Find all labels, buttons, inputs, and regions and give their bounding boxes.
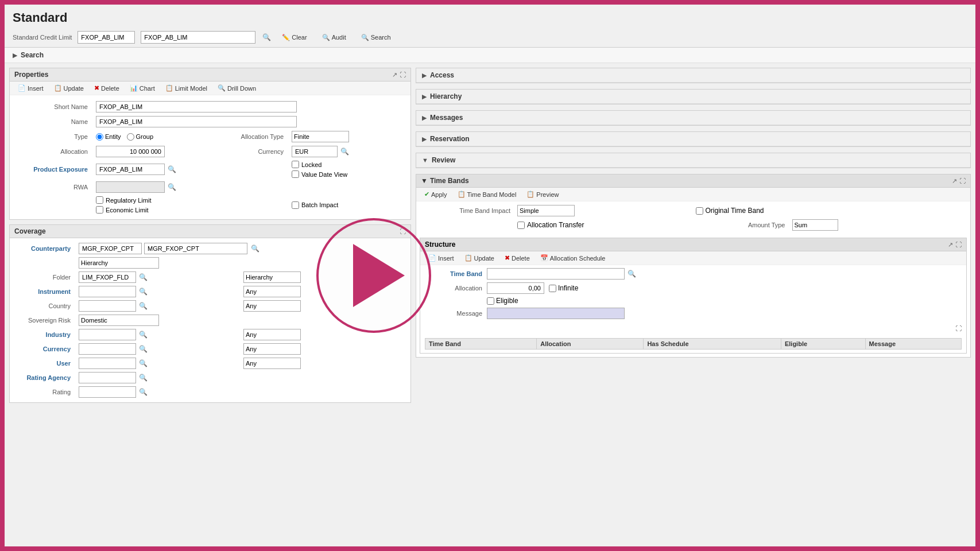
rwa-input[interactable] (96, 181, 165, 193)
folder-type-select[interactable]: Hierarchy (243, 271, 301, 283)
instrument-type-select[interactable]: Any (243, 286, 301, 297)
product-exposure-input[interactable] (96, 164, 165, 175)
sovereign-risk-select[interactable]: Domestic (79, 315, 159, 326)
value-date-view-checkbox[interactable] (292, 170, 299, 178)
structure-delete-button[interactable]: ✖ Delete (501, 254, 533, 262)
counterparty-input2[interactable] (144, 243, 247, 254)
amount-type-select[interactable]: Sum (792, 219, 838, 231)
insert-icon: 📄 (18, 84, 26, 92)
coverage-currency-search-icon[interactable]: 🔍 (138, 344, 148, 354)
allocation-input[interactable] (96, 146, 165, 157)
eligible-checkbox[interactable] (487, 297, 494, 305)
time-band-model-button[interactable]: 📋 Time Band Model (454, 190, 520, 199)
fullscreen-icon[interactable]: ⛶ (400, 71, 406, 78)
structure-table: Time Band Allocation Has Schedule Eligib… (425, 338, 962, 350)
access-header[interactable]: ▶ Access (416, 68, 970, 83)
structure-insert-button[interactable]: 📄 Insert (425, 254, 458, 262)
folder-search-icon[interactable]: 🔍 (138, 272, 148, 282)
play-button[interactable] (316, 218, 431, 333)
economic-limit-checkbox[interactable] (96, 206, 103, 214)
allocation-schedule-button[interactable]: 📅 Allocation Schedule (537, 254, 609, 262)
messages-header[interactable]: ▶ Messages (416, 111, 970, 125)
allocation-transfer-checkbox[interactable] (517, 222, 525, 229)
name-input[interactable] (96, 116, 297, 127)
structure-update-button[interactable]: 📋 Update (461, 254, 498, 262)
audit-button[interactable]: 🔍 Audit (317, 33, 351, 42)
message-input[interactable] (487, 308, 625, 319)
time-band-search-icon[interactable]: 🔍 (626, 269, 637, 279)
user-search-icon[interactable]: 🔍 (138, 358, 148, 368)
currency-input[interactable] (292, 146, 338, 157)
toolbar-input2[interactable] (141, 31, 255, 44)
product-exposure-search-icon[interactable]: 🔍 (166, 164, 177, 174)
allocation-type-select[interactable]: Finite (292, 131, 349, 142)
locked-checkbox[interactable] (292, 161, 299, 168)
country-input[interactable] (79, 300, 136, 312)
structure-expand-icon[interactable]: ↗ (948, 241, 953, 249)
search-bar[interactable]: ▶ Search (5, 48, 975, 63)
toolbar-search-icon[interactable]: 🔍 (261, 32, 272, 42)
limit-model-button[interactable]: 📋 Limit Model (162, 84, 211, 92)
table-expand-icon[interactable]: ⛶ (955, 325, 962, 332)
hierarchy-header[interactable]: ▶ Hierarchy (416, 90, 970, 104)
time-band-impact-select[interactable]: Simple (517, 205, 575, 216)
short-name-input[interactable] (96, 101, 297, 112)
industry-search-icon[interactable]: 🔍 (138, 329, 148, 340)
structure-section: Structure ↗ ⛶ 📄 Insert 📋 Up (420, 238, 967, 354)
industry-input[interactable] (79, 329, 136, 340)
rwa-search-icon[interactable]: 🔍 (166, 182, 177, 192)
clear-button[interactable]: ✏️ Clear (277, 33, 311, 42)
preview-button[interactable]: 📋 Preview (523, 190, 562, 199)
rating-input[interactable] (79, 386, 136, 398)
reservation-header[interactable]: ▶ Reservation (416, 132, 970, 146)
user-type-select[interactable]: Any (243, 358, 301, 369)
structure-update-icon: 📋 (464, 254, 472, 262)
instrument-input[interactable] (79, 286, 136, 297)
col-eligible: Eligible (781, 339, 865, 350)
toolbar-input1[interactable] (78, 31, 135, 44)
currency-search-icon[interactable]: 🔍 (339, 146, 350, 157)
apply-icon: ✔ (424, 191, 429, 198)
structure-form: Time Band 🔍 Allocation Infinite (420, 265, 966, 322)
rating-agency-input[interactable] (79, 372, 136, 383)
industry-type-select[interactable]: Any (243, 329, 301, 340)
review-header[interactable]: ▼ Review (416, 153, 970, 168)
time-band-impact-label: Time Band Impact (421, 207, 513, 214)
entity-radio[interactable] (96, 133, 103, 141)
properties-toolbar: 📄 Insert 📋 Update ✖ Delete 📊 Chart (10, 82, 410, 95)
infinite-checkbox[interactable] (549, 285, 556, 292)
apply-button[interactable]: ✔ Apply (421, 190, 451, 199)
structure-fullscreen-icon[interactable]: ⛶ (955, 241, 962, 248)
instrument-field: 🔍 (79, 286, 239, 297)
drill-down-button[interactable]: 🔍 Drill Down (214, 84, 259, 92)
hierarchy-select[interactable]: Hierarchy (79, 257, 159, 269)
counterparty-input1[interactable] (79, 243, 142, 254)
update-button[interactable]: 📋 Update (51, 84, 87, 92)
rating-agency-search-icon[interactable]: 🔍 (138, 372, 148, 383)
group-radio[interactable] (127, 133, 134, 141)
time-band-input[interactable] (487, 268, 625, 280)
batch-impact-checkbox[interactable] (292, 201, 299, 209)
coverage-currency-input[interactable] (79, 343, 136, 355)
user-input[interactable] (79, 358, 136, 369)
search-button[interactable]: 🔍 Search (357, 33, 396, 42)
rating-search-icon[interactable]: 🔍 (138, 387, 148, 397)
country-type-select[interactable]: Any (243, 300, 301, 312)
original-time-band-checkbox[interactable] (696, 207, 703, 215)
currency-type-select[interactable]: Any (243, 343, 301, 355)
folder-input[interactable] (79, 271, 136, 283)
regulatory-limit-checkbox[interactable] (96, 196, 103, 204)
delete-button[interactable]: ✖ Delete (91, 84, 123, 92)
top-toolbar: Standard Credit Limit 🔍 ✏️ Clear 🔍 Audit… (5, 29, 975, 48)
time-bands-expand-icon[interactable]: ↗ (952, 177, 957, 185)
expand-icon[interactable]: ↗ (392, 71, 397, 79)
insert-button[interactable]: 📄 Insert (14, 84, 47, 92)
allocation-value-input[interactable] (487, 282, 544, 294)
counterparty-search-icon[interactable]: 🔍 (250, 243, 260, 254)
allocation-field (96, 146, 208, 157)
time-bands-fullscreen-icon[interactable]: ⛶ (959, 177, 966, 184)
chart-button[interactable]: 📊 Chart (126, 84, 158, 92)
country-search-icon[interactable]: 🔍 (138, 301, 148, 311)
rwa-field: 🔍 (96, 181, 208, 193)
instrument-search-icon[interactable]: 🔍 (138, 286, 148, 297)
